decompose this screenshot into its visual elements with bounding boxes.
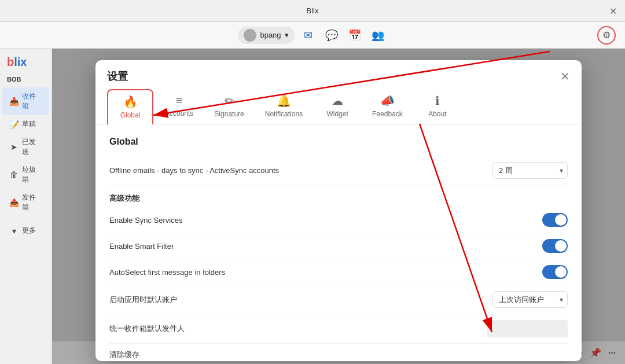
clear-cache-button[interactable]: 清除缓存 — [109, 350, 139, 360]
accounts-icon: ≡ — [176, 94, 183, 107]
sidebar-item-drafts-label: 草稿 — [22, 119, 36, 129]
sidebar-item-trash[interactable]: 🗑 垃圾箱 — [2, 161, 49, 189]
sidebar-item-trash-label: 垃圾箱 — [22, 165, 42, 185]
window-title: Blix — [307, 6, 319, 15]
account-avatar — [244, 29, 256, 42]
chat-nav-button[interactable]: 💬 — [322, 26, 341, 45]
sidebar-item-more[interactable]: ▾ 更多 — [2, 222, 49, 240]
autoselect-toggle[interactable] — [542, 265, 568, 279]
window-close-button[interactable]: ✕ — [609, 5, 617, 16]
sidebar-item-sent-label: 已发送 — [22, 137, 42, 157]
sidebar-item-more-label: 更多 — [22, 226, 36, 236]
app-container: bpang ▾ ✉ 💬 📅 👥 ⚙ blix BOB 📥 收件箱 📝 — [0, 22, 625, 364]
autoselect-row: AutoSelect first message in folders — [109, 259, 568, 285]
sidebar-item-outbox-label: 发件箱 — [22, 193, 42, 212]
offline-emails-row: Offline emails - days to sync - ActiveSy… — [109, 156, 568, 185]
inbox-icon: 📥 — [9, 97, 19, 106]
notifications-icon: 🔔 — [277, 94, 291, 108]
content-area: blix BOB 📥 收件箱 📝 草稿 ➤ 已发送 🗑 垃圾箱 📤 — [0, 49, 625, 364]
sidebar-item-outbox[interactable]: 📤 发件箱 — [2, 189, 49, 216]
tab-notifications[interactable]: 🔔 Notifications — [256, 89, 312, 124]
settings-gear-button[interactable]: ⚙ — [597, 26, 616, 45]
default-account-select-wrapper: 上次访问账户 收件箱 统一收件箱 — [492, 291, 568, 308]
default-account-row: 启动应用时默认账户 上次访问账户 收件箱 统一收件箱 — [109, 285, 568, 314]
contacts-nav-button[interactable]: 👥 — [369, 26, 387, 45]
modal-title: 设置 — [107, 69, 128, 83]
unified-inbox-sender-label: 统一收件箱默认发件人 — [109, 323, 185, 334]
advanced-features-subsection: 高级功能 — [109, 185, 568, 207]
sync-services-row: Enable Sync Services — [109, 207, 568, 233]
tab-signature-label: Signature — [214, 110, 244, 118]
offline-emails-select-wrapper: 2 周 1 周 1 个月 3 个月 — [492, 162, 568, 179]
tab-feedback[interactable]: 📣 Feedback — [363, 89, 412, 124]
tab-widget[interactable]: ☁ Widget — [314, 89, 361, 124]
account-chevron: ▾ — [285, 31, 289, 39]
sidebar: blix BOB 📥 收件箱 📝 草稿 ➤ 已发送 🗑 垃圾箱 📤 — [0, 49, 52, 364]
signature-icon: ✏ — [225, 94, 234, 108]
account-name: bpang — [260, 31, 281, 39]
unified-inbox-sender-field[interactable] — [487, 320, 568, 337]
more-icon: ▾ — [9, 226, 19, 236]
tab-about-label: About — [428, 110, 446, 118]
widget-icon: ☁ — [332, 94, 343, 108]
sidebar-item-inbox-label: 收件箱 — [22, 91, 42, 111]
about-icon: ℹ — [435, 94, 440, 108]
smart-filter-row: Enable Smart Filter — [109, 233, 568, 259]
clear-cache-row: 清除缓存 — [109, 344, 568, 361]
tab-feedback-label: Feedback — [372, 110, 403, 118]
tab-widget-label: Widget — [326, 110, 348, 118]
autoselect-label: AutoSelect first message in folders — [109, 268, 225, 277]
drafts-icon: 📝 — [9, 120, 19, 129]
smart-filter-label: Enable Smart Filter — [109, 242, 174, 251]
sidebar-item-sent[interactable]: ➤ 已发送 — [2, 133, 49, 161]
tab-accounts-label: Accounts — [165, 109, 193, 117]
modal-overlay: 设置 ✕ 🔥 Global ≡ Accounts — [52, 49, 625, 364]
gear-icon: ⚙ — [602, 30, 611, 41]
logo-text: blix — [7, 56, 27, 69]
sync-services-toggle[interactable] — [542, 213, 568, 227]
logo: blix — [0, 53, 52, 73]
titlebar: Blix ✕ — [0, 0, 625, 22]
account-switcher[interactable]: bpang ▾ — [238, 27, 294, 44]
modal-header: 设置 ✕ — [95, 60, 582, 83]
default-account-label: 启动应用时默认账户 — [109, 295, 177, 305]
sent-icon: ➤ — [9, 142, 19, 152]
main-panel: 设置 ✕ 🔥 Global ≡ Accounts — [52, 49, 625, 364]
trash-icon: 🗑 — [9, 170, 19, 179]
sync-services-label: Enable Sync Services — [109, 216, 182, 225]
tab-global-label: Global — [120, 111, 141, 119]
tab-notifications-label: Notifications — [265, 110, 303, 118]
sidebar-username: BOB — [0, 73, 52, 87]
settings-tabs: 🔥 Global ≡ Accounts ✏ Signature 🔔 — [95, 83, 582, 125]
sidebar-item-inbox[interactable]: 📥 收件箱 — [2, 87, 49, 115]
global-icon: 🔥 — [123, 95, 138, 109]
tab-global[interactable]: 🔥 Global — [107, 89, 153, 125]
sidebar-item-drafts[interactable]: 📝 草稿 — [2, 115, 49, 133]
modal-close-button[interactable]: ✕ — [560, 71, 570, 82]
tab-about[interactable]: ℹ About — [414, 89, 461, 124]
mail-nav-button[interactable]: ✉ — [299, 26, 318, 45]
smart-filter-toggle[interactable] — [542, 239, 568, 253]
feedback-icon: 📣 — [380, 94, 395, 108]
settings-modal: 设置 ✕ 🔥 Global ≡ Accounts — [95, 60, 582, 361]
calendar-nav-button[interactable]: 📅 — [345, 26, 364, 45]
outbox-icon: 📤 — [9, 198, 19, 207]
tab-signature[interactable]: ✏ Signature — [205, 89, 253, 124]
top-toolbar: bpang ▾ ✉ 💬 📅 👥 ⚙ — [0, 22, 625, 49]
tab-accounts[interactable]: ≡ Accounts — [156, 89, 203, 124]
unified-inbox-sender-row: 统一收件箱默认发件人 — [109, 314, 568, 344]
sidebar-divider — [7, 219, 45, 219]
global-section-title: Global — [109, 137, 568, 147]
offline-emails-label: Offline emails - days to sync - ActiveSy… — [109, 166, 279, 175]
default-account-select[interactable]: 上次访问账户 收件箱 统一收件箱 — [492, 291, 568, 308]
offline-emails-select[interactable]: 2 周 1 周 1 个月 3 个月 — [492, 162, 568, 179]
settings-content: Global Offline emails - days to sync - A… — [95, 125, 582, 361]
